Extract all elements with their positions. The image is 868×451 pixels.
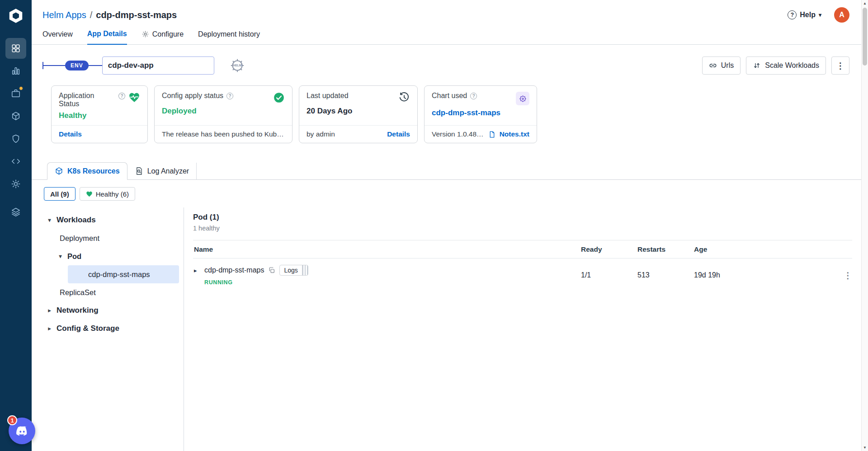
tab-deployment-history[interactable]: Deployment history	[198, 30, 260, 44]
chevron-down-icon: ▾	[819, 12, 821, 18]
helm-icon: HELM	[230, 58, 245, 73]
tab-configure[interactable]: Configure	[142, 30, 184, 44]
tree-item-replicaset[interactable]: ReplicaSet	[32, 283, 184, 301]
sidebar-item-global-config[interactable]	[5, 174, 26, 194]
filter-all[interactable]: All (9)	[44, 187, 75, 201]
chat-support-button[interactable]: 1	[9, 418, 35, 444]
security-shield-icon	[11, 134, 21, 144]
card-title: Chart used	[432, 92, 467, 100]
card-config-apply-status: Config apply status ? Deployed The relea…	[154, 85, 292, 143]
resource-tree: ▾ Workloads Deployment ▾ Pod cdp-dmp-sst…	[32, 207, 184, 451]
chart-version: Version 1.0.48-D...	[432, 130, 485, 138]
copy-icon[interactable]	[268, 267, 275, 274]
breadcrumb-helm-apps-link[interactable]: Helm Apps	[42, 10, 86, 20]
tree-config-storage-label: Config & Storage	[57, 324, 119, 333]
card-application-status-top: Application Status ? Healthy	[52, 86, 147, 125]
chart-used-link[interactable]: cdp-dmp-sst-maps	[432, 108, 529, 117]
sidebar-item-applications[interactable]	[5, 38, 26, 59]
helm-chart-icon[interactable]	[516, 92, 529, 105]
kebab-icon: ⋮	[836, 61, 845, 71]
tab-app-details[interactable]: App Details	[87, 30, 127, 45]
app-actions: Urls Scale Workloads ⋮	[702, 56, 849, 75]
tab-log-analyzer-label: Log Analyzer	[147, 167, 189, 175]
caret-right-icon: ▸	[47, 307, 52, 314]
filter-healthy[interactable]: Healthy (6)	[80, 187, 135, 201]
file-icon	[488, 131, 496, 138]
health-heart-icon	[128, 92, 140, 103]
code-icon	[11, 156, 21, 166]
sidebar-item-chart-store[interactable]	[5, 106, 26, 127]
sidebar-item-jobs[interactable]	[5, 83, 26, 104]
caret-right-icon: ▸	[47, 325, 52, 332]
card-title: Last updated	[307, 92, 349, 100]
caret-down-icon: ▾	[57, 253, 63, 259]
avatar[interactable]: A	[834, 7, 849, 23]
config-apply-message: The release has been pushed to Kuber...	[162, 130, 285, 138]
tree-item-pod[interactable]: ▾ Pod	[32, 247, 184, 265]
tree-item-config-storage[interactable]: ▸ Config & Storage	[32, 319, 184, 338]
sidebar-item-bulk-edit[interactable]	[5, 151, 26, 172]
help-question-icon: ?	[788, 10, 797, 19]
application-status-details-link[interactable]: Details	[59, 130, 82, 138]
devtron-logo[interactable]	[7, 7, 24, 24]
pod-panel-subtitle: 1 healthy	[193, 225, 852, 232]
sidebar-nav	[5, 37, 26, 223]
sidebar-item-security[interactable]	[5, 128, 26, 149]
column-name: Name	[194, 245, 581, 254]
filter-healthy-label: Healthy (6)	[96, 190, 129, 198]
check-circle-icon	[273, 92, 285, 103]
more-options-button[interactable]: ⋮	[831, 56, 849, 75]
info-question-icon[interactable]: ?	[470, 93, 477, 99]
last-updated-by: by admin	[307, 130, 335, 138]
info-question-icon[interactable]: ?	[226, 93, 233, 99]
logs-label: Logs	[280, 265, 302, 275]
pod-panel: Pod (1) 1 healthy Name Ready Restarts Ag…	[184, 207, 861, 451]
log-lines-icon	[302, 265, 308, 275]
tab-overview[interactable]: Overview	[42, 30, 73, 44]
scale-workloads-button[interactable]: Scale Workloads	[746, 56, 826, 75]
tree-workloads-label: Workloads	[57, 216, 96, 225]
main-content: Helm Apps / cdp-dmp-sst-maps ? Help ▾ A …	[32, 0, 861, 451]
application-groups-icon	[11, 66, 21, 76]
env-connector-line	[43, 65, 65, 66]
env-badge: ENV	[65, 61, 89, 70]
tree-item-deployment[interactable]: Deployment	[32, 229, 184, 247]
resources-split: ▾ Workloads Deployment ▾ Pod cdp-dmp-sst…	[32, 207, 861, 451]
pod-name-link[interactable]: cdp-dmp-sst-maps	[204, 266, 264, 274]
scrollbar[interactable]: ▲ ▼	[861, 0, 868, 451]
info-question-icon[interactable]: ?	[118, 93, 125, 99]
tab-k8s-resources-label: K8s Resources	[67, 167, 120, 175]
card-config-apply-top: Config apply status ? Deployed	[155, 86, 292, 125]
sidebar-item-application-groups[interactable]	[5, 61, 26, 81]
sidebar-item-resource-browser[interactable]	[5, 202, 26, 222]
column-age: Age	[694, 245, 825, 254]
scroll-thumb[interactable]	[863, 8, 867, 66]
urls-button[interactable]: Urls	[702, 56, 741, 75]
table-row: ▸ cdp-dmp-sst-maps Logs RUNNING	[193, 258, 852, 293]
configure-gear-icon	[142, 30, 149, 38]
help-label: Help	[800, 11, 816, 19]
tab-k8s-resources[interactable]: K8s Resources	[47, 162, 127, 180]
history-icon[interactable]	[398, 92, 410, 103]
tree-item-workloads[interactable]: ▾ Workloads	[32, 211, 184, 229]
pod-table-header: Name Ready Restarts Age	[193, 240, 852, 258]
app-name-input[interactable]	[102, 56, 214, 75]
scroll-down-arrow[interactable]: ▼	[862, 444, 868, 451]
env-connector-line2	[89, 65, 102, 66]
tab-log-analyzer[interactable]: Log Analyzer	[127, 163, 197, 179]
tree-item-cdp-dmp-sst-maps[interactable]: cdp-dmp-sst-maps	[68, 265, 179, 283]
last-updated-details-link[interactable]: Details	[387, 130, 410, 138]
notification-dot	[19, 86, 23, 90]
card-chart-used: Chart used ? cdp-dmp-sst-maps Version 1.…	[424, 85, 537, 143]
expand-caret-icon[interactable]: ▸	[194, 267, 200, 274]
row-kebab-icon[interactable]: ⋮	[844, 271, 852, 280]
help-button[interactable]: ? Help ▾	[788, 10, 821, 19]
application-status-value: Healthy	[59, 111, 140, 120]
pod-table: Name Ready Restarts Age ▸ cdp-dmp-sst-ma…	[193, 240, 852, 293]
page-title: cdp-dmp-sst-maps	[96, 10, 177, 20]
scroll-up-arrow[interactable]: ▲	[862, 0, 868, 7]
logs-button[interactable]: Logs	[279, 265, 308, 276]
discord-icon	[15, 424, 29, 438]
notes-link[interactable]: Notes.txt	[500, 130, 529, 138]
tree-item-networking[interactable]: ▸ Networking	[32, 301, 184, 319]
